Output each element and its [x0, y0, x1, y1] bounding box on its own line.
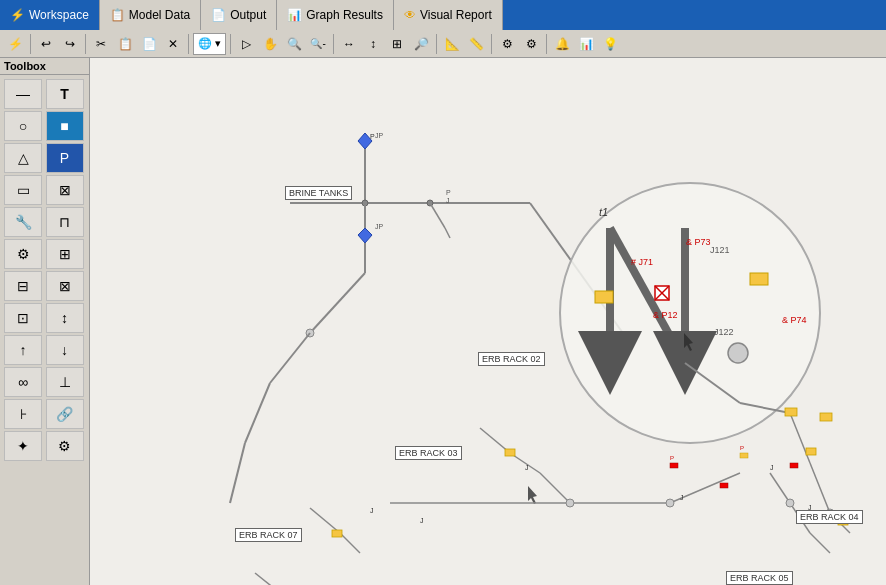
toolbar-flip-h[interactable]: ↔ [338, 33, 360, 55]
toolbar-flip-v[interactable]: ↕ [362, 33, 384, 55]
workspace-label: Workspace [29, 8, 89, 22]
svg-rect-44 [838, 518, 848, 525]
svg-line-57 [255, 573, 280, 585]
svg-text:J: J [370, 507, 374, 514]
model-data-icon: 📋 [110, 8, 125, 22]
tool-link[interactable]: ⊦ [4, 399, 42, 429]
toolbar-zoom-out[interactable]: 🔍- [307, 33, 329, 55]
toolbar-ruler[interactable]: 📐 [441, 33, 463, 55]
toolbar-settings2[interactable]: ⚙ [520, 33, 542, 55]
toolbar-table[interactable]: 📊 [575, 33, 597, 55]
main-area: Toolbox — T ○ ■ △ P ▭ ⊠ 🔧 ⊓ ⚙ ⊞ ⊟ ⊠ ⊡ ↕ [0, 58, 886, 585]
svg-point-62 [566, 499, 574, 507]
toolbar-pan[interactable]: ✋ [259, 33, 281, 55]
svg-text:t1: t1 [599, 206, 608, 218]
tab-workspace[interactable]: ⚡ Workspace [0, 0, 100, 30]
tool-box[interactable]: ⊡ [4, 303, 42, 333]
toolbar-sep-1 [30, 34, 31, 54]
toolbar-paste[interactable]: 📄 [138, 33, 160, 55]
schematic-svg: P [90, 58, 886, 585]
toolbox-header: Toolbox [0, 58, 89, 75]
svg-rect-77 [785, 408, 797, 416]
toolbar-measure[interactable]: 📏 [465, 33, 487, 55]
svg-text:J: J [680, 494, 684, 501]
tool-cross[interactable]: ⊞ [46, 239, 84, 269]
svg-point-48 [786, 499, 794, 507]
output-icon: 📄 [211, 8, 226, 22]
svg-point-21 [560, 183, 820, 443]
tool-tank[interactable]: ■ [46, 111, 84, 141]
model-data-label: Model Data [129, 8, 190, 22]
tool-triangle[interactable]: △ [4, 143, 42, 173]
tab-model-data[interactable]: 📋 Model Data [100, 0, 201, 30]
graph-results-label: Graph Results [306, 8, 383, 22]
graph-results-icon: 📊 [287, 8, 302, 22]
output-label: Output [230, 8, 266, 22]
canvas-area[interactable]: P [90, 58, 886, 585]
svg-text:J121: J121 [710, 245, 730, 255]
tool-connector[interactable]: ⊓ [46, 207, 84, 237]
tool-junction[interactable]: ○ [4, 111, 42, 141]
toolbar-sep-2 [85, 34, 86, 54]
svg-rect-56 [332, 530, 342, 537]
tool-pump[interactable]: P [46, 143, 84, 173]
svg-rect-43 [806, 448, 816, 455]
tool-x[interactable]: ⊠ [46, 271, 84, 301]
toolbar-sep-5 [333, 34, 334, 54]
tool-rect[interactable]: ▭ [4, 175, 42, 205]
toolbar-zoom-fit[interactable]: 🔎 [410, 33, 432, 55]
tool-infinity[interactable]: ∞ [4, 367, 42, 397]
svg-text:J: J [808, 504, 812, 511]
tool-pipe[interactable]: — [4, 79, 42, 109]
toolbar-redo[interactable]: ↪ [59, 33, 81, 55]
svg-text:P: P [670, 455, 674, 461]
tool-gear[interactable]: ⚙ [4, 239, 42, 269]
tool-arrow-down[interactable]: ↓ [46, 335, 84, 365]
svg-rect-66 [790, 463, 798, 468]
svg-text:J122: J122 [714, 327, 734, 337]
toolbar-bulb[interactable]: 💡 [599, 33, 621, 55]
toolbar-settings1[interactable]: ⚙ [496, 33, 518, 55]
toolbar-delete[interactable]: ✕ [162, 33, 184, 55]
tool-cog[interactable]: ⚙ [46, 431, 84, 461]
svg-rect-25 [595, 291, 613, 303]
svg-text:# J71: # J71 [631, 257, 653, 267]
tool-chain[interactable]: 🔗 [46, 399, 84, 429]
svg-text:JP: JP [375, 223, 384, 230]
tool-text[interactable]: T [46, 79, 84, 109]
title-bar: ⚡ Workspace 📋 Model Data 📄 Output 📊 Grap… [0, 0, 886, 30]
svg-text:& P74: & P74 [782, 315, 807, 325]
toolbar-grid[interactable]: ⊞ [386, 33, 408, 55]
workspace-icon: ⚡ [10, 8, 25, 22]
tool-bottom[interactable]: ⊥ [46, 367, 84, 397]
tab-graph-results[interactable]: 📊 Graph Results [277, 0, 394, 30]
visual-report-icon: 👁 [404, 8, 416, 22]
toolbar-alert[interactable]: 🔔 [551, 33, 573, 55]
tab-visual-report[interactable]: 👁 Visual Report [394, 0, 503, 30]
toolbar-zoom-in[interactable]: 🔍 [283, 33, 305, 55]
tool-wrench[interactable]: 🔧 [4, 207, 42, 237]
svg-text:J: J [446, 197, 450, 204]
svg-point-42 [826, 509, 834, 517]
toolbar: ⚡ ↩ ↪ ✂ 📋 📄 ✕ 🌐 ▾ ▷ ✋ 🔍 🔍- ↔ ↕ ⊞ 🔎 📐 📏 ⚙… [0, 30, 886, 58]
tool-valve[interactable]: ⊠ [46, 175, 84, 205]
toolbar-sep-8 [546, 34, 547, 54]
tool-arrow-up[interactable]: ↑ [4, 335, 42, 365]
toolbar-undo[interactable]: ↩ [35, 33, 57, 55]
svg-text:& P12: & P12 [653, 310, 678, 320]
toolbar-new[interactable]: ⚡ [4, 33, 26, 55]
toolbar-zoom-dropdown[interactable]: 🌐 ▾ [193, 33, 226, 55]
svg-rect-63 [670, 463, 678, 468]
svg-point-61 [666, 499, 674, 507]
svg-rect-64 [720, 483, 728, 488]
svg-text:P: P [446, 189, 451, 196]
toolbox-grid: — T ○ ■ △ P ▭ ⊠ 🔧 ⊓ ⚙ ⊞ ⊟ ⊠ ⊡ ↕ ↑ ↓ [0, 75, 89, 465]
tab-output[interactable]: 📄 Output [201, 0, 277, 30]
tool-flow[interactable]: ↕ [46, 303, 84, 333]
tool-star[interactable]: ✦ [4, 431, 42, 461]
toolbar-select[interactable]: ▷ [235, 33, 257, 55]
svg-text:& P73: & P73 [686, 237, 711, 247]
toolbar-copy[interactable]: 📋 [114, 33, 136, 55]
toolbar-cut[interactable]: ✂ [90, 33, 112, 55]
tool-minus[interactable]: ⊟ [4, 271, 42, 301]
